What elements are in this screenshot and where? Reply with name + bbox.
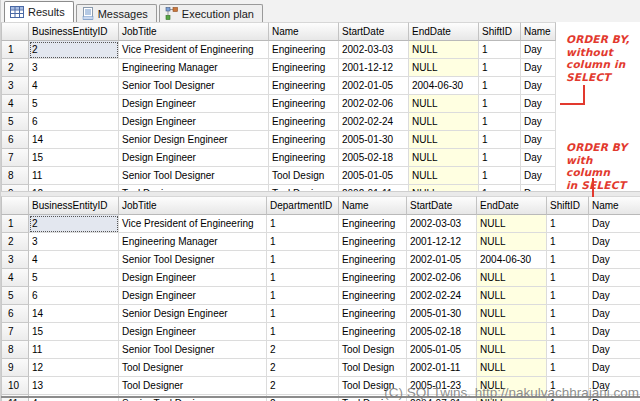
cell[interactable]: 2005-01-30	[339, 131, 409, 149]
cell[interactable]: Day	[589, 341, 640, 359]
cell[interactable]: 1	[547, 359, 589, 377]
cell[interactable]: Day	[521, 149, 556, 167]
cell[interactable]: 2004-06-30	[409, 77, 479, 95]
column-header[interactable]: Name	[589, 196, 640, 215]
cell[interactable]: 2005-01-05	[339, 167, 409, 185]
corner-header[interactable]	[1, 22, 29, 41]
cell[interactable]: 1	[479, 167, 521, 185]
cell[interactable]: 1	[479, 59, 521, 77]
cell[interactable]: 1	[547, 341, 589, 359]
cell[interactable]: 11	[29, 167, 119, 185]
row-number[interactable]: 5	[1, 287, 29, 305]
cell[interactable]: 2002-02-06	[339, 95, 409, 113]
cell[interactable]: NULL	[409, 131, 479, 149]
row-number[interactable]: 4	[1, 95, 29, 113]
cell[interactable]: NULL	[477, 323, 547, 341]
cell[interactable]: 14	[29, 305, 119, 323]
row-number[interactable]: 3	[1, 77, 29, 95]
cell[interactable]: 1	[479, 131, 521, 149]
column-header[interactable]: StartDate	[339, 22, 409, 41]
column-header[interactable]: JobTitle	[119, 196, 267, 215]
cell[interactable]: 1	[267, 323, 339, 341]
cell[interactable]: Day	[521, 113, 556, 131]
column-header[interactable]: Name	[269, 22, 339, 41]
cell[interactable]: 6	[29, 113, 119, 131]
cell[interactable]: Senior Design Engineer	[119, 305, 267, 323]
cell[interactable]: 2004-06-30	[477, 251, 547, 269]
cell[interactable]: 2002-02-24	[339, 113, 409, 131]
cell[interactable]: 2001-12-12	[407, 233, 477, 251]
cell[interactable]: Design Engineer	[119, 323, 267, 341]
cell[interactable]: Day	[589, 215, 640, 233]
cell[interactable]: 1	[547, 215, 589, 233]
tab-execution-plan[interactable]: Execution plan	[159, 4, 263, 22]
cell[interactable]: Tool Designer	[119, 359, 267, 377]
column-header[interactable]: EndDate	[477, 196, 547, 215]
cell[interactable]: NULL	[477, 341, 547, 359]
cell[interactable]: Design Engineer	[119, 95, 269, 113]
cell[interactable]: Engineering Manager	[119, 59, 269, 77]
cell[interactable]: 1	[267, 215, 339, 233]
cell[interactable]: Engineering	[269, 131, 339, 149]
cell[interactable]: 1	[267, 305, 339, 323]
cell[interactable]: 1	[479, 95, 521, 113]
cell[interactable]: 1	[267, 233, 339, 251]
cell[interactable]: Design Engineer	[119, 269, 267, 287]
column-header[interactable]: DepartmentID	[267, 196, 339, 215]
cell[interactable]: Senior Tool Designer	[119, 77, 269, 95]
cell[interactable]: Engineering	[339, 233, 407, 251]
cell[interactable]: 1	[479, 149, 521, 167]
cell[interactable]: 2	[29, 215, 119, 233]
cell[interactable]: 4	[29, 77, 119, 95]
cell[interactable]: Senior Tool Designer	[119, 341, 267, 359]
cell[interactable]: 1	[479, 77, 521, 95]
cell[interactable]: 5	[29, 269, 119, 287]
cell[interactable]: 2002-02-06	[407, 269, 477, 287]
cell[interactable]: Engineering	[269, 95, 339, 113]
cell[interactable]: NULL	[409, 41, 479, 59]
column-header[interactable]: BusinessEntityID	[29, 196, 119, 215]
cell[interactable]: 1	[547, 233, 589, 251]
cell[interactable]: Engineering	[269, 113, 339, 131]
cell[interactable]: 15	[29, 323, 119, 341]
cell[interactable]: Senior Design Engineer	[119, 131, 269, 149]
cell[interactable]: Tool Designer	[119, 377, 267, 395]
row-number[interactable]: 3	[1, 251, 29, 269]
cell[interactable]: 14	[29, 131, 119, 149]
cell[interactable]: Day	[589, 359, 640, 377]
cell[interactable]: 2002-01-05	[339, 77, 409, 95]
cell[interactable]: NULL	[409, 113, 479, 131]
row-number[interactable]: 8	[1, 167, 29, 185]
cell[interactable]: Vice President of Engineering	[119, 215, 267, 233]
column-header[interactable]: BusinessEntityID	[29, 22, 119, 41]
cell[interactable]: NULL	[477, 269, 547, 287]
cell[interactable]: Engineering	[339, 305, 407, 323]
row-number[interactable]: 9	[1, 359, 29, 377]
cell[interactable]: Tool Design	[339, 359, 407, 377]
column-header[interactable]: ShiftID	[479, 22, 521, 41]
cell[interactable]: Vice President of Engineering	[119, 41, 269, 59]
row-number[interactable]: 7	[1, 323, 29, 341]
cell[interactable]: 1	[547, 323, 589, 341]
cell[interactable]: Day	[589, 269, 640, 287]
cell[interactable]: 4	[29, 251, 119, 269]
cell[interactable]: 2002-01-11	[407, 359, 477, 377]
cell[interactable]: 3	[29, 233, 119, 251]
cell[interactable]: 2001-12-12	[339, 59, 409, 77]
cell[interactable]: 1	[547, 269, 589, 287]
cell[interactable]: 6	[29, 287, 119, 305]
cell[interactable]: Design Engineer	[119, 149, 269, 167]
cell[interactable]: 5	[29, 95, 119, 113]
cell[interactable]: NULL	[409, 149, 479, 167]
cell[interactable]: Engineering	[269, 59, 339, 77]
cell[interactable]: 2	[267, 377, 339, 395]
row-number[interactable]: 1	[1, 215, 29, 233]
cell[interactable]: Day	[521, 131, 556, 149]
cell[interactable]: 1	[267, 269, 339, 287]
cell[interactable]: Senior Tool Designer	[119, 251, 267, 269]
cell[interactable]: 2002-03-03	[407, 215, 477, 233]
cell[interactable]: Tool Design	[269, 167, 339, 185]
cell[interactable]: 13	[29, 377, 119, 395]
cell[interactable]: 2005-02-18	[339, 149, 409, 167]
cell[interactable]: Day	[589, 251, 640, 269]
